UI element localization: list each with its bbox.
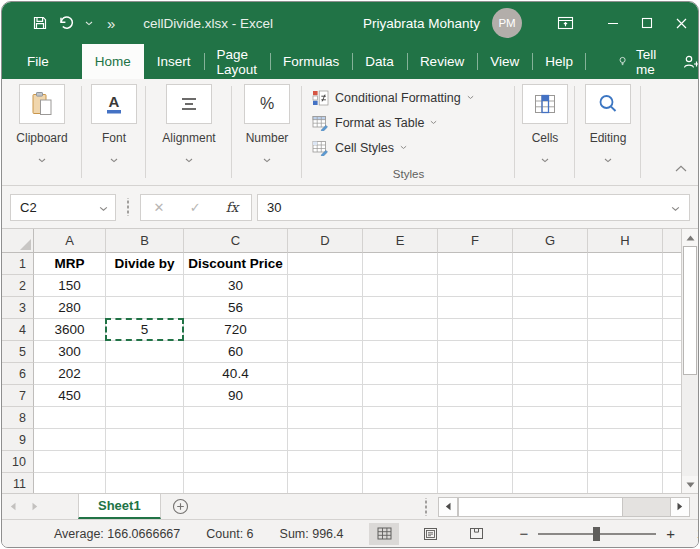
cancel-icon[interactable]: ✕ — [154, 200, 165, 215]
cell-F7[interactable] — [438, 385, 513, 407]
ribbon-tab-formulas[interactable]: Formulas — [270, 44, 352, 79]
number-group-chevron-icon[interactable] — [263, 149, 271, 167]
cell-C5[interactable]: 60 — [184, 341, 288, 363]
new-sheet-button[interactable] — [161, 494, 201, 519]
zoom-slider[interactable] — [538, 533, 656, 535]
cell-A7[interactable]: 450 — [34, 385, 106, 407]
cell-D5[interactable] — [288, 341, 363, 363]
cell-F2[interactable] — [438, 275, 513, 297]
cell-D6[interactable] — [288, 363, 363, 385]
cell-C3[interactable]: 56 — [184, 297, 288, 319]
cell-G4[interactable] — [513, 319, 588, 341]
cell-B8[interactable] — [106, 407, 184, 429]
select-all-corner[interactable] — [2, 229, 34, 253]
cell-B3[interactable] — [106, 297, 184, 319]
minimize-button[interactable] — [596, 2, 630, 44]
cell-F5[interactable] — [438, 341, 513, 363]
font-group[interactable]: A Font — [82, 79, 146, 185]
cell-partial-2[interactable] — [663, 275, 681, 297]
page-layout-view-button[interactable] — [415, 523, 445, 545]
collapse-ribbon-button[interactable] — [675, 158, 687, 176]
user-name[interactable]: Priyabrata Mohanty — [363, 16, 480, 31]
share-button[interactable]: Share — [672, 44, 699, 79]
number-group[interactable]: % Number — [232, 79, 302, 185]
cell-A8[interactable] — [34, 407, 106, 429]
cell-A9[interactable] — [34, 429, 106, 451]
scroll-right-button[interactable] — [670, 497, 690, 517]
cells-group[interactable]: Cells — [515, 79, 575, 185]
cell-D7[interactable] — [288, 385, 363, 407]
cell-G10[interactable] — [513, 451, 588, 473]
close-button[interactable] — [664, 2, 698, 44]
cell-partial-4[interactable] — [663, 319, 681, 341]
cell-partial-11[interactable] — [663, 473, 681, 493]
status-average[interactable]: Average: 166.0666667 — [54, 527, 180, 541]
cell-G8[interactable] — [513, 407, 588, 429]
cell-styles-button[interactable]: Cell Styles — [312, 135, 515, 160]
cell-G6[interactable] — [513, 363, 588, 385]
cell-H1[interactable] — [588, 253, 663, 275]
cell-H7[interactable] — [588, 385, 663, 407]
status-sum[interactable]: Sum: 996.4 — [280, 527, 344, 541]
cell-B1[interactable]: Divide by — [106, 253, 184, 275]
ribbon-tab-file[interactable]: File — [10, 44, 66, 79]
cell-B6[interactable] — [106, 363, 184, 385]
insert-function-icon[interactable]: fx — [226, 199, 239, 215]
cell-E3[interactable] — [363, 297, 438, 319]
formula-bar-resize-dots[interactable] — [126, 198, 130, 216]
cell-E1[interactable] — [363, 253, 438, 275]
cell-E7[interactable] — [363, 385, 438, 407]
cell-D4[interactable] — [288, 319, 363, 341]
cell-G11[interactable] — [513, 473, 588, 493]
cell-A5[interactable]: 300 — [34, 341, 106, 363]
paste-button[interactable] — [19, 84, 65, 124]
cell-D8[interactable] — [288, 407, 363, 429]
cell-A1[interactable]: MRP — [34, 253, 106, 275]
font-group-chevron-icon[interactable] — [110, 149, 118, 167]
sheet-tab-sheet1[interactable]: Sheet1 — [78, 494, 161, 519]
cell-H9[interactable] — [588, 429, 663, 451]
ribbon-tab-insert[interactable]: Insert — [144, 44, 204, 79]
cell-partial-9[interactable] — [663, 429, 681, 451]
row-header-11[interactable]: 11 — [2, 473, 34, 493]
ribbon-tab-view[interactable]: View — [477, 44, 532, 79]
cell-C9[interactable] — [184, 429, 288, 451]
vertical-scrollbar[interactable] — [681, 229, 698, 493]
font-button[interactable]: A — [91, 84, 137, 124]
horizontal-scrollbar[interactable] — [438, 494, 690, 519]
editing-group-chevron-icon[interactable] — [604, 149, 612, 167]
cell-F11[interactable] — [438, 473, 513, 493]
formula-input[interactable]: 30 — [257, 194, 690, 221]
cell-D9[interactable] — [288, 429, 363, 451]
horizontal-scrollbar-thumb[interactable] — [458, 497, 623, 517]
cell-C7[interactable]: 90 — [184, 385, 288, 407]
cell-G9[interactable] — [513, 429, 588, 451]
zoom-level[interactable]: 100% — [693, 527, 699, 541]
column-header-F[interactable]: F — [438, 229, 513, 253]
column-header-C[interactable]: C — [184, 229, 288, 253]
cell-B9[interactable] — [106, 429, 184, 451]
cell-G3[interactable] — [513, 297, 588, 319]
cell-C10[interactable] — [184, 451, 288, 473]
cell-C6[interactable]: 40.4 — [184, 363, 288, 385]
conditional-formatting-button[interactable]: Conditional Formatting — [312, 85, 515, 110]
cell-E8[interactable] — [363, 407, 438, 429]
column-header-E[interactable]: E — [363, 229, 438, 253]
cell-partial-3[interactable] — [663, 297, 681, 319]
zoom-out-button[interactable]: − — [513, 525, 534, 542]
zoom-slider-handle[interactable] — [593, 527, 600, 541]
cell-partial-5[interactable] — [663, 341, 681, 363]
cell-B5[interactable] — [106, 341, 184, 363]
alignment-group-chevron-icon[interactable] — [185, 149, 193, 167]
scroll-up-button[interactable] — [682, 229, 698, 246]
cells-group-chevron-icon[interactable] — [541, 149, 549, 167]
more-commands-button[interactable]: » — [107, 15, 113, 32]
scrollbar-resize-dots[interactable] — [424, 498, 428, 516]
cell-G7[interactable] — [513, 385, 588, 407]
cell-H6[interactable] — [588, 363, 663, 385]
cell-D11[interactable] — [288, 473, 363, 493]
alignment-button[interactable] — [166, 84, 212, 124]
name-box[interactable]: C2 — [10, 194, 116, 221]
column-header-A[interactable]: A — [34, 229, 106, 253]
cell-C1[interactable]: Discount Price — [184, 253, 288, 275]
